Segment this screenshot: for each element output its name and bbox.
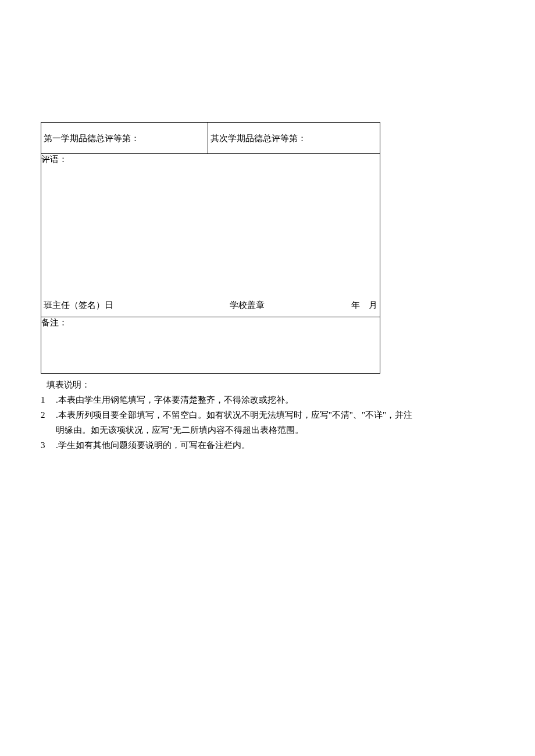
instruction-item: 1 .本表由学生用钢笔填写，字体要清楚整齐，不得涂改或挖补。	[41, 392, 419, 407]
signature-line: 班主任（签名）日 学校盖章 年 月	[44, 300, 377, 311]
comment-row: 评语： 班主任（签名）日 学校盖章 年 月	[41, 154, 380, 317]
instruction-item: 2 .本表所列项目要全部填写，不留空白。如有状况不明无法填写时，应写"不清"、"…	[41, 407, 419, 438]
note-label: 备注：	[41, 318, 67, 327]
semester2-label: 其次学期品德总评等第：	[211, 134, 306, 143]
month-label: 月	[360, 300, 377, 311]
instructions-section: 填表说明： 1 .本表由学生用钢笔填写，字体要清楚整齐，不得涂改或挖补。 2 .…	[41, 377, 419, 453]
instruction-num: 3	[41, 438, 56, 453]
evaluation-form-table: 第一学期品德总评等第： 其次学期品德总评等第： 评语： 班主任（签名）日 学校盖…	[41, 122, 380, 374]
note-row: 备注：	[41, 317, 380, 374]
semester2-cell: 其次学期品德总评等第：	[208, 123, 380, 154]
instruction-item: 3 .学生如有其他问题须要说明的，可写在备注栏内。	[41, 438, 419, 453]
instruction-text: .本表所列项目要全部填写，不留空白。如有状况不明无法填写时，应写"不清"、"不详…	[56, 407, 419, 438]
instruction-num: 2	[41, 407, 56, 438]
school-stamp-label: 学校盖章	[230, 300, 340, 311]
comment-label: 评语：	[41, 155, 67, 164]
instruction-text: .本表由学生用钢笔填写，字体要清楚整齐，不得涂改或挖补。	[56, 392, 419, 407]
teacher-sign-label: 班主任（签名）日	[44, 300, 230, 311]
instructions-heading: 填表说明：	[47, 377, 419, 392]
comment-cell: 评语： 班主任（签名）日 学校盖章 年 月	[41, 154, 380, 317]
year-label: 年	[340, 300, 360, 311]
semester-row: 第一学期品德总评等第： 其次学期品德总评等第：	[41, 123, 380, 154]
semester1-cell: 第一学期品德总评等第：	[41, 123, 208, 154]
semester1-label: 第一学期品德总评等第：	[44, 134, 140, 143]
note-cell: 备注：	[41, 317, 380, 374]
instruction-text: .学生如有其他问题须要说明的，可写在备注栏内。	[56, 438, 419, 453]
instruction-num: 1	[41, 392, 56, 407]
